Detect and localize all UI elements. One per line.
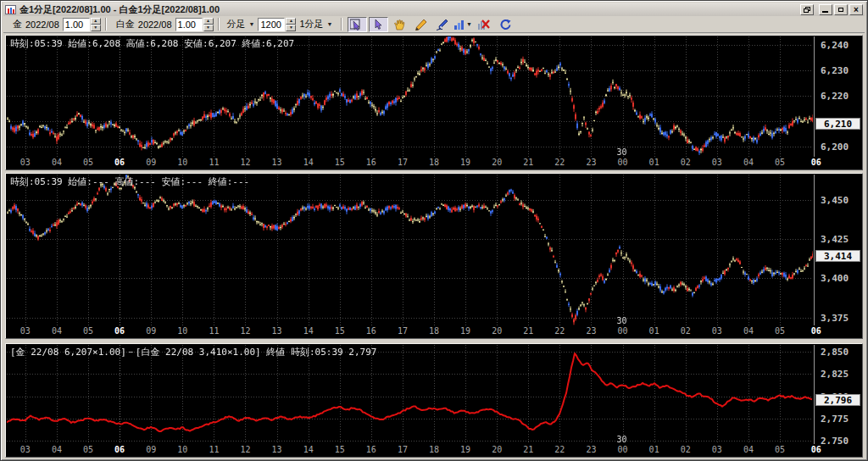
maximize-button[interactable] [834, 4, 848, 15]
close-icon: × [854, 5, 859, 14]
refresh-icon [499, 19, 512, 31]
x-axis-label: 12 [240, 445, 250, 454]
x-axis-label: 22 [554, 158, 565, 167]
x-axis-label: 22 [554, 445, 565, 454]
x-axis-label: 10 [177, 158, 187, 167]
x-axis-label: 19 [460, 445, 470, 454]
gold-label: 金 [13, 18, 22, 31]
refresh-button[interactable] [496, 17, 515, 32]
pencil-icon [415, 19, 427, 31]
spread-time-axis: 0304050609101112131415161718192021222300… [7, 444, 861, 456]
interval-dropdown[interactable]: 分足 ▼ [224, 18, 259, 31]
gold-ratio-down-button[interactable]: ▼ [91, 25, 101, 31]
bars-count-value[interactable]: 1200 [258, 18, 285, 31]
timeframe-label: 1分足 [299, 18, 323, 31]
x-axis-label: 03 [20, 326, 31, 336]
x-axis-label: 16 [366, 445, 376, 454]
x-axis-label: 11 [209, 326, 219, 336]
current-price-tag: 6,210 [815, 118, 860, 130]
gold-price-axis: 6,2406,2306,2206,2106,2006,210 [814, 36, 861, 157]
date-change-label: 30 [617, 147, 627, 157]
x-axis-label: 01 [649, 445, 659, 454]
chart-pointer-tool-button[interactable] [348, 17, 367, 32]
x-axis-label: 06 [114, 158, 125, 167]
x-axis-label: 13 [272, 158, 282, 167]
x-axis-label: 04 [52, 326, 62, 336]
close-button[interactable]: × [849, 4, 863, 15]
y-axis-label: 3,400 [821, 273, 849, 284]
bars-up-button[interactable]: ▲ [286, 18, 296, 25]
x-axis-label: 00 [618, 326, 628, 336]
x-axis-label: 04 [743, 326, 754, 336]
remove-study-icon [477, 19, 491, 31]
remove-study-button[interactable] [475, 17, 494, 32]
x-axis-label: 20 [492, 445, 502, 454]
x-axis-label: 03 [712, 445, 722, 454]
window-controls: × [800, 4, 863, 15]
chart-pointer-icon [350, 19, 364, 31]
spread-line-panel: [金 22/08 6,207×1.00]－[白金 22/08 3,410×1.0… [5, 343, 863, 458]
gold-ratio-value[interactable]: 1.00 [63, 18, 90, 31]
x-axis-label: 20 [492, 158, 502, 167]
x-axis-label: 15 [335, 158, 345, 167]
platinum-chart-canvas[interactable] [7, 175, 813, 325]
x-axis-label: 20 [492, 326, 502, 336]
chevron-down-icon: ▼ [249, 21, 255, 27]
platinum-ratio-spinner: 1.00 ▲▼ [175, 18, 214, 31]
x-axis-label: 19 [460, 326, 470, 336]
platinum-label: 白金 [116, 18, 135, 31]
platinum-ratio-value[interactable]: 1.00 [175, 18, 203, 31]
toolbar-separator [105, 18, 107, 31]
x-axis-label: 18 [429, 445, 439, 454]
x-axis-label: 14 [303, 158, 314, 167]
chevron-down-icon: ▼ [466, 21, 472, 27]
x-axis-label: 15 [335, 445, 345, 454]
x-axis-label: 17 [398, 158, 408, 167]
chart-area: 時刻:05:39 始値:6,208 高値:6,208 安値:6,207 終値:6… [3, 33, 865, 458]
platinum-ratio-up-button[interactable]: ▲ [203, 18, 214, 25]
x-axis-label: 21 [523, 326, 533, 336]
pointer-tool-button[interactable] [369, 17, 388, 32]
x-axis-label: 04 [52, 158, 62, 167]
chart-type-button[interactable]: ▼ [453, 17, 473, 32]
maximize-icon [838, 8, 843, 12]
toolbar-separator [341, 18, 342, 31]
x-axis-label: 15 [335, 326, 345, 336]
minimize-icon [822, 11, 828, 13]
pen-draw-tool-button[interactable] [432, 17, 452, 32]
restore-window-button[interactable] [800, 4, 814, 15]
y-axis-label: 2,850 [821, 347, 849, 358]
platinum-ratio-down-button[interactable]: ▼ [203, 25, 214, 31]
x-axis-label: 05 [775, 158, 785, 167]
pencil-draw-tool-button[interactable] [411, 17, 431, 32]
x-axis-label: 01 [649, 326, 659, 336]
platinum-ohlc-info: 時刻:05:39 始値:--- 高値:--- 安値:--- 終値:--- [10, 175, 249, 188]
spread-chart-canvas[interactable] [7, 345, 813, 444]
y-axis-label: 3,425 [821, 234, 849, 245]
x-axis-label: 23 [586, 158, 596, 167]
toolbar: 金 2022/08 1.00 ▲▼ 白金 2022/08 1.00 ▲▼ 分足 … [3, 16, 865, 33]
minimize-button[interactable] [819, 4, 832, 15]
y-axis-label: 6,220 [821, 91, 849, 102]
pan-hand-tool-button[interactable] [390, 17, 409, 32]
bars-down-button[interactable]: ▼ [286, 25, 296, 31]
x-axis-label: 02 [681, 158, 691, 167]
x-axis-label: 00 [618, 445, 628, 454]
gold-ohlc-info: 時刻:05:39 始値:6,208 高値:6,208 安値:6,207 終値:6… [10, 37, 294, 50]
x-axis-label: 10 [177, 326, 187, 336]
x-axis-label: 03 [20, 445, 31, 454]
date-change-label: 30 [617, 316, 627, 325]
pointer-icon [372, 19, 384, 31]
x-axis-label: 16 [366, 158, 376, 167]
timeframe-dropdown[interactable]: 1分足 ▼ [296, 18, 336, 31]
x-axis-label: 02 [681, 326, 691, 336]
x-axis-label: 11 [209, 445, 219, 454]
gold-chart-canvas[interactable] [7, 36, 813, 157]
x-axis-label: 04 [52, 445, 62, 454]
gold-ratio-up-button[interactable]: ▲ [91, 18, 101, 25]
gold-time-axis: 0304050609101112131415161718192021222300… [7, 157, 861, 169]
x-axis-label: 17 [398, 326, 408, 336]
date-change-label: 30 [617, 435, 627, 444]
x-axis-label: 12 [240, 326, 250, 336]
spread-price-axis: 2,8502,8252,8002,7752,7502,796 [814, 345, 861, 444]
